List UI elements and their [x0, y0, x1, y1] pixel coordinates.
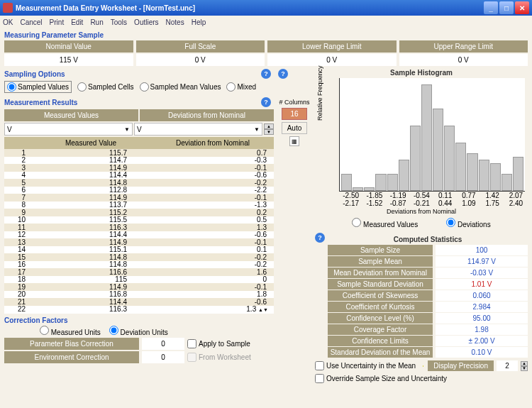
columns-label: # Columns: [279, 99, 309, 106]
columns-value[interactable]: 16: [282, 108, 307, 120]
radio-mixed[interactable]: Mixed: [226, 82, 256, 92]
help-icon[interactable]: ?: [278, 69, 288, 79]
stats-value: 1.01 V: [436, 279, 528, 290]
histogram-chart: [339, 78, 525, 192]
stats-value: ± 2.00 V: [436, 336, 528, 346]
histogram-bar: [501, 174, 512, 191]
radio-histo-deviations[interactable]: Deviations: [446, 218, 490, 228]
table-row[interactable]: 5114.8-0.2: [4, 179, 274, 187]
histogram-xticks: -2.17-1.52-0.87-0.210.441.091.752.40: [339, 199, 528, 207]
upper-value: 0 V: [399, 54, 528, 66]
table-row[interactable]: 3114.9-0.1: [4, 164, 274, 172]
table-row[interactable]: 181150: [4, 276, 274, 284]
table-row[interactable]: 1115.70.7: [4, 149, 274, 157]
radio-deviation-units[interactable]: Deviation Units: [109, 326, 168, 336]
measured-values-head: Measured Values: [4, 109, 138, 121]
nominal-label: Nominal Value: [4, 40, 133, 53]
table-row[interactable]: 21114.4-0.6: [4, 298, 274, 306]
bias-input[interactable]: 0: [142, 338, 184, 350]
table-row[interactable]: 9115.20.2: [4, 209, 274, 216]
radio-sampled-mean[interactable]: Sampled Mean Values: [140, 82, 221, 92]
stats-value: 2.984: [436, 302, 528, 312]
display-precision-value[interactable]: 2: [497, 360, 518, 371]
stats-label: Standard Deviation of the Mean: [328, 347, 433, 358]
minimize-button[interactable]: _: [484, 1, 498, 14]
radio-sampled-values[interactable]: Sampled Values: [4, 81, 72, 93]
menu-print[interactable]: Print: [50, 18, 65, 26]
results-grid[interactable]: 1115.70.72114.7-0.33114.9-0.14114.4-0.65…: [4, 149, 274, 314]
stats-value: -0.03 V: [436, 268, 528, 278]
histogram-bar: [444, 126, 455, 191]
precision-spinner[interactable]: ▲▼: [521, 361, 528, 371]
menu-notes[interactable]: Notes: [166, 18, 184, 26]
table-row[interactable]: 17116.61.6: [4, 268, 274, 276]
stats-label: Confidence Level (%): [328, 313, 433, 324]
menu-tools[interactable]: Tools: [111, 18, 127, 26]
from-worksheet-check: From Worksheet: [187, 353, 251, 362]
deviation-unit-select[interactable]: V▼: [134, 123, 262, 136]
table-row[interactable]: 11116.31.3: [4, 224, 274, 231]
stats-label: Coverage Factor: [328, 324, 433, 335]
histogram-title: Sample Histogram: [315, 69, 528, 77]
columns-auto-button[interactable]: Auto: [282, 122, 307, 134]
env-input[interactable]: 0: [142, 351, 184, 363]
unit-spinner[interactable]: ▲▼: [264, 123, 274, 135]
table-row[interactable]: 22116.31.3 ▲▼: [4, 306, 274, 314]
stats-value: 0.10 V: [436, 347, 528, 358]
table-row[interactable]: 8113.7-1.3: [4, 202, 274, 209]
radio-measured-units[interactable]: Measured Units: [40, 326, 101, 336]
table-row[interactable]: 12114.4-0.6: [4, 231, 274, 239]
radio-histo-measured[interactable]: Measured Values: [352, 218, 418, 228]
menu-outliers[interactable]: Outliers: [134, 18, 158, 26]
use-uncertainty-check[interactable]: Use Uncertainty in the Mean: [315, 361, 416, 370]
table-row[interactable]: 7114.9-0.1: [4, 194, 274, 202]
calendar-icon[interactable]: ▦: [289, 136, 299, 146]
measured-unit-select[interactable]: V▼: [4, 123, 133, 136]
results-title: Measurement Results: [4, 99, 77, 106]
stats-label: Sample Size: [328, 245, 433, 255]
menu-bar: OK Cancel Print Edit Run Tools Outliers …: [0, 16, 532, 28]
stats-label: Coefficient of Skewness: [328, 290, 433, 301]
table-row[interactable]: 10115.50.5: [4, 216, 274, 224]
menu-edit[interactable]: Edit: [71, 18, 83, 26]
radio-sampled-cells[interactable]: Sampled Cells: [77, 82, 133, 92]
upper-label: Upper Range Limit: [399, 40, 528, 53]
fullscale-value: 0 V: [136, 54, 265, 66]
maximize-button[interactable]: □: [499, 1, 514, 14]
chevron-down-icon: ▼: [254, 126, 260, 133]
sampling-options: Sampled Values Sampled Cells Sampled Mea…: [4, 81, 274, 93]
lower-label: Lower Range Limit: [267, 40, 397, 53]
table-row[interactable]: 4114.4-0.6: [4, 172, 274, 180]
menu-cancel[interactable]: Cancel: [20, 18, 42, 26]
table-row[interactable]: 16114.8-0.2: [4, 261, 274, 269]
help-icon[interactable]: ?: [261, 97, 271, 107]
col-measured: Measured Value: [30, 137, 152, 149]
stats-value: 0.060: [436, 290, 528, 301]
table-row[interactable]: 19114.9-0.1: [4, 283, 274, 291]
table-row[interactable]: 20116.81.8: [4, 291, 274, 299]
stats-label: Sample Standard Deviation: [328, 279, 433, 290]
close-button[interactable]: ✕: [515, 1, 529, 14]
menu-ok[interactable]: OK: [3, 18, 13, 26]
stats-label: Coefficient of Kurtosis: [328, 302, 433, 312]
stats-label: Sample Mean: [328, 256, 433, 267]
table-row[interactable]: 13114.9-0.1: [4, 238, 274, 246]
help-icon[interactable]: ?: [261, 69, 271, 79]
table-row[interactable]: 15114.8-0.2: [4, 253, 274, 261]
table-row[interactable]: 14115.10.1: [4, 246, 274, 254]
stats-value: 95.00: [436, 313, 528, 324]
bias-label: Parameter Bias Correction: [4, 338, 139, 350]
stats-value: 114.97 V: [436, 256, 528, 267]
help-icon[interactable]: ?: [315, 233, 325, 243]
menu-run[interactable]: Run: [90, 18, 103, 26]
histogram-bar: [421, 84, 432, 191]
histogram-bar: [513, 157, 523, 191]
stats-label: Confidence Limits: [328, 336, 433, 346]
table-row[interactable]: 6112.8-2.2: [4, 187, 274, 194]
menu-help[interactable]: Help: [192, 18, 206, 26]
apply-sample-check[interactable]: Apply to Sample: [187, 339, 250, 348]
override-check[interactable]: Override Sample Size and Uncertainty: [315, 374, 447, 383]
histogram-bar: [387, 174, 398, 191]
histogram-bar: [467, 153, 477, 191]
table-row[interactable]: 2114.7-0.3: [4, 157, 274, 165]
